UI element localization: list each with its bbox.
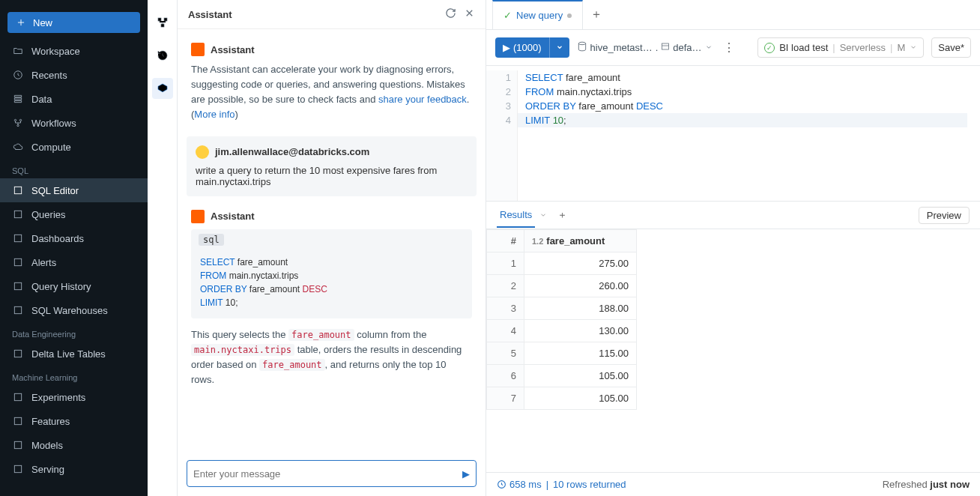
send-button[interactable]: ▶ xyxy=(462,468,470,480)
generic-icon xyxy=(12,391,24,403)
assistant-intro: Assistant The Assistant can accelerate y… xyxy=(182,40,481,133)
kebab-menu[interactable]: ⋮ xyxy=(720,40,738,55)
table-row[interactable]: 2260.00 xyxy=(487,275,637,297)
editor-panel: ✓ New query ＋ ▶(1000) hive_metast… . def… xyxy=(486,0,980,496)
run-group: ▶(1000) xyxy=(495,37,569,58)
assistant-avatar-icon xyxy=(191,43,205,56)
database-icon xyxy=(577,41,587,54)
svg-rect-7 xyxy=(14,258,21,265)
assistant-input-row: ▶ xyxy=(187,460,477,487)
chevron-down-icon xyxy=(705,42,713,53)
svg-rect-10 xyxy=(14,350,21,357)
svg-rect-13 xyxy=(14,441,21,448)
table-row[interactable]: 7105.00 xyxy=(487,387,637,410)
generic-icon xyxy=(12,304,24,316)
save-button[interactable]: Save* xyxy=(931,37,971,58)
close-icon[interactable] xyxy=(464,7,475,21)
svg-rect-4 xyxy=(14,187,21,193)
assistant-rail xyxy=(148,0,178,496)
sidebar-item-models[interactable]: Models xyxy=(0,433,148,457)
code-lang: sql xyxy=(199,234,224,246)
table-row[interactable]: 6105.00 xyxy=(487,365,637,387)
tab-new-query[interactable]: ✓ New query xyxy=(492,0,583,29)
sidebar-item-experiments[interactable]: Experiments xyxy=(0,385,148,409)
rows-returned: 10 rows returned xyxy=(553,479,626,490)
generic-icon xyxy=(12,463,24,475)
assistant-button[interactable] xyxy=(152,78,173,99)
run-dropdown[interactable] xyxy=(549,37,569,58)
sidebar-item-delta-live-tables[interactable]: Delta Live Tables xyxy=(0,342,148,366)
add-tab-button[interactable]: ＋ xyxy=(590,7,602,22)
sidebar-item-queries[interactable]: Queries xyxy=(0,202,148,226)
user-text: write a query to return the 10 most expe… xyxy=(196,165,468,187)
query-timing: 658 ms xyxy=(497,479,542,490)
sidebar-item-features[interactable]: Features xyxy=(0,409,148,433)
feedback-link[interactable]: share your feedback xyxy=(378,94,467,105)
schema-icon xyxy=(661,42,670,53)
generic-icon xyxy=(12,348,24,360)
svg-point-1 xyxy=(14,119,16,121)
sidebar-item-recents[interactable]: Recents xyxy=(0,63,148,87)
editor-toolbar: ▶(1000) hive_metast… . defa… ⋮ ✓ BI load… xyxy=(486,30,980,66)
preview-button[interactable]: Preview xyxy=(919,207,970,224)
assistant-avatar-icon xyxy=(191,210,205,223)
sidebar-item-query-history[interactable]: Query History xyxy=(0,274,148,298)
generic-icon xyxy=(12,208,24,220)
sidebar-item-workflows[interactable]: Workflows xyxy=(0,111,148,135)
refresh-icon[interactable] xyxy=(445,7,456,21)
assistant-header: Assistant xyxy=(178,0,486,29)
svg-rect-11 xyxy=(14,393,21,400)
sidebar-item-serving[interactable]: Serving xyxy=(0,457,148,481)
assistant-intro-text: The Assistant can accelerate your work b… xyxy=(191,62,472,123)
sidebar-item-workspace[interactable]: Workspace xyxy=(0,39,148,63)
new-button-label: New xyxy=(33,17,52,28)
results-table-wrap: # 1.2fare_amount 1275.002260.003188.0041… xyxy=(486,229,980,472)
assistant-panel: Assistant Assistant The Assistant can ac… xyxy=(178,0,486,496)
add-visualization[interactable]: ＋ xyxy=(557,208,567,222)
clock-icon xyxy=(12,69,24,81)
generic-icon xyxy=(12,280,24,292)
assistant-input[interactable] xyxy=(193,468,462,480)
results-table: # 1.2fare_amount 1275.002260.003188.0041… xyxy=(486,229,637,410)
svg-rect-17 xyxy=(161,24,164,27)
svg-rect-6 xyxy=(14,235,21,241)
catalog-selector[interactable]: hive_metast… . defa… xyxy=(577,41,713,54)
col-fare-amount[interactable]: 1.2fare_amount xyxy=(524,230,637,252)
svg-rect-8 xyxy=(14,282,21,289)
more-info-link[interactable]: More info xyxy=(194,109,235,120)
warehouse-selector[interactable]: ✓ BI load test | Serverless | M xyxy=(757,37,924,58)
sidebar-item-data[interactable]: Data xyxy=(0,87,148,111)
schema-browser-button[interactable] xyxy=(152,12,173,33)
results-tab[interactable]: Results xyxy=(497,203,535,228)
assistant-title: Assistant xyxy=(188,9,232,20)
sidebar-item-dashboards[interactable]: Dashboards xyxy=(0,226,148,250)
results-dropdown[interactable] xyxy=(539,210,547,221)
history-button[interactable] xyxy=(152,45,173,66)
data-icon xyxy=(12,93,24,105)
tab-label: New query xyxy=(516,10,563,21)
table-row[interactable]: 1275.00 xyxy=(487,252,637,275)
new-button[interactable]: New xyxy=(7,12,140,33)
run-button[interactable]: ▶(1000) xyxy=(495,37,549,58)
table-row[interactable]: 3188.00 xyxy=(487,297,637,320)
sidebar-item-sql-editor[interactable]: SQL Editor xyxy=(0,178,148,202)
table-row[interactable]: 4130.00 xyxy=(487,320,637,342)
sidebar-item-compute[interactable]: Compute xyxy=(0,135,148,159)
svg-rect-16 xyxy=(164,18,167,21)
cloud-icon xyxy=(12,141,24,153)
svg-point-2 xyxy=(19,119,21,121)
table-row[interactable]: 5115.00 xyxy=(487,342,637,365)
generic-icon xyxy=(12,184,24,196)
code-editor[interactable]: 1234 SELECT fare_amountFROM main.nyctaxi… xyxy=(486,66,980,201)
col-index[interactable]: # xyxy=(487,230,524,252)
sidebar-item-sql-warehouses[interactable]: SQL Warehouses xyxy=(0,298,148,322)
assistant-reply: Assistant sql SELECT fare_amountFROM mai… xyxy=(182,207,481,399)
section-data-engineering: Data Engineering xyxy=(0,322,148,342)
generic-icon xyxy=(12,439,24,451)
svg-rect-12 xyxy=(14,417,21,424)
play-icon: ▶ xyxy=(503,42,510,53)
assistant-conversation: Assistant The Assistant can accelerate y… xyxy=(178,29,486,454)
sidebar-item-alerts[interactable]: Alerts xyxy=(0,250,148,274)
svg-rect-19 xyxy=(662,43,669,49)
generic-icon xyxy=(12,232,24,244)
